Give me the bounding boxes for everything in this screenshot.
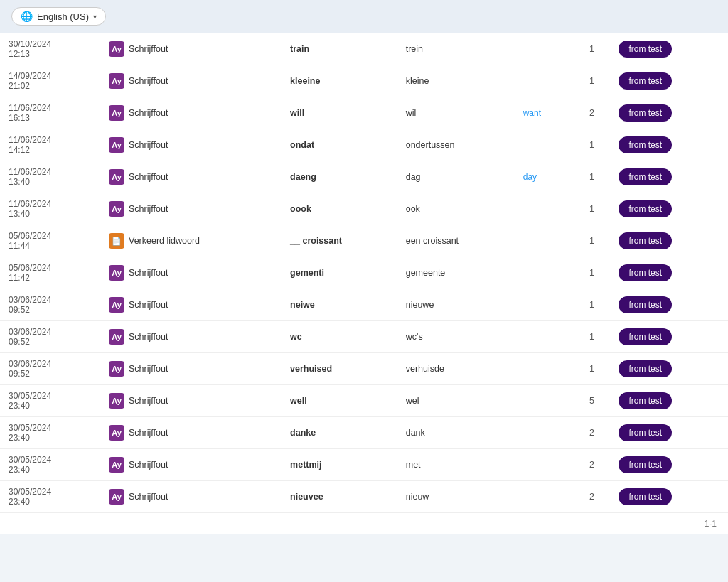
table-row: 05/06/202411:44 📄 Verkeerd lidwoord __ c… <box>0 225 728 257</box>
date-cell: 03/06/202409:52 <box>0 353 100 385</box>
type-label: Schrijffout <box>129 332 168 342</box>
from-test-button[interactable]: from test <box>619 41 672 58</box>
type-cell: Ay Schrijffout <box>100 417 282 449</box>
from-test-button[interactable]: from test <box>619 328 672 345</box>
table-row: 30/10/202412:13 Ay Schrijffout train tre… <box>0 33 728 65</box>
original-cell: daeng <box>282 161 397 193</box>
from-test-button[interactable]: from test <box>619 136 672 153</box>
count-cell: 1 <box>574 353 611 385</box>
type-label: Schrijffout <box>129 140 168 150</box>
table-row: 05/06/202411:42 Ay Schrijffout gementi g… <box>0 257 728 289</box>
chevron-down-icon: ▾ <box>93 13 97 21</box>
original-cell: will <box>282 97 397 129</box>
type-cell: Ay Schrijffout <box>100 481 282 513</box>
from-test-button[interactable]: from test <box>619 488 672 505</box>
hint-cell: day <box>515 161 574 193</box>
correction-cell: wil <box>397 97 515 129</box>
date-cell: 11/06/202413:40 <box>0 193 100 225</box>
type-icon: Ay <box>109 329 124 345</box>
from-test-button[interactable]: from test <box>619 72 672 90</box>
from-test-button[interactable]: from test <box>619 456 672 473</box>
type-cell: Ay Schrijffout <box>100 385 282 417</box>
original-cell: mettmij <box>282 449 397 481</box>
type-cell: Ay Schrijffout <box>100 161 282 193</box>
top-bar: 🌐 English (US) ▾ <box>0 0 728 33</box>
table-row: 03/06/202409:52 Ay Schrijffout neiwe nie… <box>0 289 728 321</box>
date-cell: 30/05/202423:40 <box>0 385 100 417</box>
correction-cell: dank <box>397 417 515 449</box>
original-cell: wc <box>282 321 397 353</box>
type-cell: Ay Schrijffout <box>100 257 282 289</box>
count-cell: 2 <box>574 449 611 481</box>
from-test-button[interactable]: from test <box>619 200 672 217</box>
original-cell: nieuvee <box>282 481 397 513</box>
type-icon: Ay <box>109 265 124 281</box>
source-cell: from test <box>610 129 728 161</box>
from-test-button[interactable]: from test <box>619 360 672 377</box>
source-cell: from test <box>610 449 728 481</box>
type-icon: Ay <box>109 393 124 409</box>
from-test-button[interactable]: from test <box>619 168 672 185</box>
type-icon: Ay <box>109 105 124 121</box>
correction-cell: wc's <box>397 321 515 353</box>
table-row: 11/06/202413:40 Ay Schrijffout daeng dag… <box>0 161 728 193</box>
type-label: Schrijffout <box>129 364 168 374</box>
type-label: Schrijffout <box>129 108 168 118</box>
date-cell: 14/09/202421:02 <box>0 65 100 97</box>
source-cell: from test <box>610 193 728 225</box>
hint-cell <box>515 33 574 65</box>
type-label: Schrijffout <box>129 396 168 406</box>
correction-cell: dag <box>397 161 515 193</box>
count-cell: 2 <box>574 97 611 129</box>
from-test-button[interactable]: from test <box>619 392 672 409</box>
source-cell: from test <box>610 225 728 257</box>
source-cell: from test <box>610 321 728 353</box>
original-cell: ondat <box>282 129 397 161</box>
type-icon: Ay <box>109 425 124 441</box>
hint-cell <box>515 289 574 321</box>
hint-cell <box>515 129 574 161</box>
hint-cell <box>515 193 574 225</box>
count-cell: 1 <box>574 129 611 161</box>
source-cell: from test <box>610 33 728 65</box>
table-row: 11/06/202416:13 Ay Schrijffout will wil … <box>0 97 728 129</box>
from-test-button[interactable]: from test <box>619 232 672 249</box>
table-row: 11/06/202414:12 Ay Schrijffout ondat ond… <box>0 129 728 161</box>
source-cell: from test <box>610 417 728 449</box>
source-cell: from test <box>610 161 728 193</box>
table-row: 30/05/202423:40 Ay Schrijffout nieuvee n… <box>0 481 728 513</box>
from-test-button[interactable]: from test <box>619 296 672 313</box>
date-cell: 03/06/202409:52 <box>0 321 100 353</box>
from-test-button[interactable]: from test <box>619 104 672 122</box>
type-icon: Ay <box>109 169 124 185</box>
count-cell: 1 <box>574 33 611 65</box>
date-cell: 30/10/202412:13 <box>0 33 100 65</box>
type-icon: Ay <box>109 489 124 505</box>
date-cell: 11/06/202414:12 <box>0 129 100 161</box>
type-icon: Ay <box>109 201 124 217</box>
count-cell: 5 <box>574 385 611 417</box>
correction-cell: ook <box>397 193 515 225</box>
count-cell: 1 <box>574 65 611 97</box>
hint-cell: want <box>515 97 574 129</box>
type-label: Schrijffout <box>129 268 168 278</box>
table-row: 03/06/202409:52 Ay Schrijffout wc wc's 1… <box>0 321 728 353</box>
type-icon: Ay <box>109 297 124 313</box>
date-cell: 05/06/202411:44 <box>0 225 100 257</box>
type-icon: Ay <box>109 137 124 153</box>
count-cell: 2 <box>574 417 611 449</box>
from-test-button[interactable]: from test <box>619 264 672 281</box>
type-label: Schrijffout <box>129 204 168 214</box>
from-test-button[interactable]: from test <box>619 424 672 441</box>
type-icon: Ay <box>109 41 124 57</box>
count-cell: 1 <box>574 161 611 193</box>
type-label: Schrijffout <box>129 76 168 86</box>
count-cell: 1 <box>574 321 611 353</box>
type-label: Schrijffout <box>129 44 168 54</box>
language-selector[interactable]: 🌐 English (US) ▾ <box>11 7 106 26</box>
correction-cell: met <box>397 449 515 481</box>
source-cell: from test <box>610 353 728 385</box>
correction-cell: gemeente <box>397 257 515 289</box>
original-cell: neiwe <box>282 289 397 321</box>
hint-cell <box>515 417 574 449</box>
